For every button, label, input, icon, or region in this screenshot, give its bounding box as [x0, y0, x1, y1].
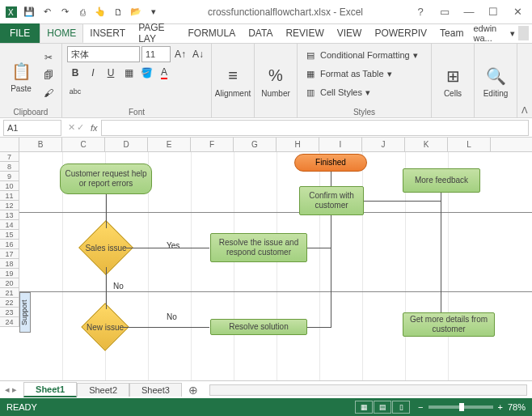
tab-file[interactable]: FILE	[0, 23, 40, 43]
row-header[interactable]: 14	[0, 220, 19, 230]
save-icon[interactable]: 💾	[21, 4, 37, 20]
ribbon-display-icon[interactable]: ▭	[433, 4, 456, 20]
row-header[interactable]: 8	[0, 162, 19, 172]
sheet-tab[interactable]: Sheet2	[77, 383, 129, 397]
col-header[interactable]: C	[62, 138, 105, 151]
add-sheet-icon[interactable]: ⊕	[182, 384, 205, 397]
cells-button[interactable]: ⊞Cells	[437, 46, 469, 116]
normal-view-icon[interactable]: ▦	[355, 401, 373, 414]
open-icon[interactable]: 📂	[128, 4, 144, 20]
undo-icon[interactable]: ↶	[39, 4, 55, 20]
col-header[interactable]: D	[105, 138, 148, 151]
worksheet-grid[interactable]: B C D E F G H I J K L 7 8 9 10 11 12 13 …	[0, 138, 532, 380]
row-header[interactable]: 21	[0, 288, 19, 298]
qat-icon[interactable]: ⎙	[74, 4, 91, 20]
font-name-combo[interactable]: 宋体	[67, 46, 140, 62]
touch-icon[interactable]: 👆	[92, 4, 108, 20]
tab-powerpivot[interactable]: POWERPIV	[368, 23, 433, 43]
tab-pagelayout[interactable]: PAGE LAY	[132, 23, 181, 43]
page-break-icon[interactable]: ▯	[392, 401, 410, 414]
sheet-tab[interactable]: Sheet1	[23, 382, 77, 397]
row-header[interactable]: 16	[0, 240, 19, 249]
minimize-icon[interactable]: —	[458, 4, 480, 20]
enter-icon[interactable]: ✓	[77, 122, 84, 133]
row-header[interactable]: 10	[0, 181, 19, 191]
excel-icon[interactable]: X	[3, 4, 19, 20]
col-header[interactable]: I	[319, 138, 362, 151]
qat-icon2[interactable]: 🗋	[110, 4, 126, 20]
formula-input[interactable]	[101, 120, 529, 136]
row-header[interactable]: 17	[0, 249, 19, 259]
conditional-formatting-button[interactable]: ▤Conditional Formatting ▾	[302, 46, 420, 64]
row-header[interactable]: 18	[0, 259, 19, 269]
sheet-canvas[interactable]: Support Customer request help or report …	[19, 152, 532, 380]
font-size-combo[interactable]: 11	[141, 46, 171, 62]
zoom-slider[interactable]	[429, 405, 493, 409]
row-header[interactable]: 15	[0, 230, 19, 240]
shape-confirm[interactable]: Confirm with customer	[299, 186, 364, 215]
select-all-corner[interactable]	[0, 138, 19, 151]
maximize-icon[interactable]: ☐	[482, 4, 505, 20]
row-header[interactable]: 7	[0, 152, 19, 162]
col-header[interactable]: E	[148, 138, 191, 151]
shape-new-issue[interactable]: New issue	[88, 310, 122, 344]
horizontal-scrollbar[interactable]	[209, 384, 527, 396]
fx-icon[interactable]: fx	[87, 123, 101, 133]
font-color-icon[interactable]: A	[156, 65, 172, 81]
copy-icon[interactable]: 🗐	[40, 67, 57, 83]
user-account[interactable]: edwin wa... ▾	[470, 23, 532, 43]
col-header[interactable]: K	[405, 138, 448, 151]
editing-button[interactable]: 🔍Editing	[479, 46, 512, 116]
number-button[interactable]: %Number	[260, 46, 292, 116]
col-header[interactable]: G	[234, 138, 277, 151]
col-header[interactable]: F	[191, 138, 234, 151]
shape-finished[interactable]: Finished	[294, 154, 367, 172]
zoom-level[interactable]: 78%	[508, 402, 526, 412]
col-header[interactable]: B	[19, 138, 62, 151]
tab-home[interactable]: HOME	[40, 23, 83, 43]
sheet-nav[interactable]: ◂ ▸	[5, 384, 23, 395]
tab-view[interactable]: VIEW	[331, 23, 369, 43]
format-as-table-button[interactable]: ▦Format as Table ▾	[302, 65, 420, 83]
row-header[interactable]: 12	[0, 201, 19, 210]
tab-insert[interactable]: INSERT	[83, 23, 132, 43]
row-header[interactable]: 24	[0, 317, 19, 327]
name-box[interactable]: A1	[3, 120, 61, 136]
shape-resolve-respond[interactable]: Resolve the issue and respond customer	[210, 233, 307, 262]
row-header[interactable]: 13	[0, 210, 19, 220]
col-header[interactable]: L	[448, 138, 491, 151]
tab-data[interactable]: DATA	[242, 23, 279, 43]
zoom-in-icon[interactable]: +	[498, 402, 503, 412]
shape-start[interactable]: Customer request help or report errors	[60, 163, 152, 194]
shape-get-details[interactable]: Get more details from customer	[403, 312, 495, 337]
zoom-out-icon[interactable]: −	[418, 402, 423, 412]
tab-formulas[interactable]: FORMULA	[182, 23, 243, 43]
shape-sales-issue[interactable]: Sales issue	[87, 228, 125, 267]
sheet-tab[interactable]: Sheet3	[129, 383, 182, 397]
col-header[interactable]: H	[277, 138, 319, 151]
row-header[interactable]: 20	[0, 278, 19, 288]
qat-dropdown-icon[interactable]: ▾	[146, 4, 162, 20]
italic-button[interactable]: I	[85, 65, 101, 81]
cancel-icon[interactable]: ✕	[68, 122, 75, 133]
shape-more-feedback[interactable]: More feedback	[403, 168, 480, 193]
col-header[interactable]: J	[362, 138, 405, 151]
format-painter-icon[interactable]: 🖌	[40, 85, 57, 101]
close-icon[interactable]: ✕	[506, 4, 529, 20]
row-header[interactable]: 11	[0, 191, 19, 201]
row-header[interactable]: 19	[0, 269, 19, 278]
row-header[interactable]: 9	[0, 172, 19, 181]
decrease-font-icon[interactable]: A↓	[190, 46, 206, 62]
redo-icon[interactable]: ↷	[57, 4, 73, 20]
row-header[interactable]: 23	[0, 308, 19, 317]
bold-button[interactable]: B	[67, 65, 83, 81]
paste-button[interactable]: 📋Paste	[5, 46, 37, 107]
alignment-button[interactable]: ≡Alignment	[217, 46, 249, 116]
page-layout-icon[interactable]: ▤	[374, 401, 391, 414]
ruby-icon[interactable]: abc	[67, 83, 83, 100]
tab-team[interactable]: Team	[433, 23, 470, 43]
underline-button[interactable]: U	[103, 65, 119, 81]
border-icon[interactable]: ▦	[120, 65, 137, 81]
cell-styles-button[interactable]: ▥Cell Styles ▾	[302, 83, 420, 101]
increase-font-icon[interactable]: A↑	[172, 46, 188, 62]
